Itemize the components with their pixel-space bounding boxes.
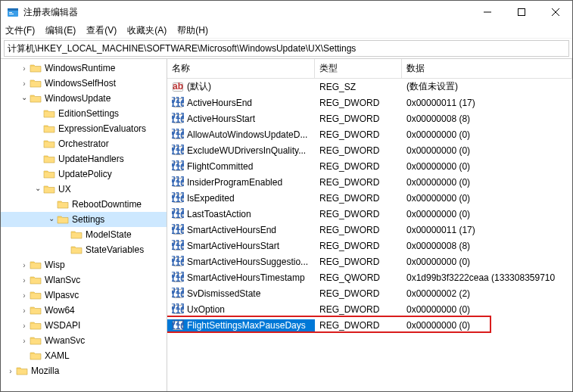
tree-node[interactable]: ›Mozilla <box>1 363 167 378</box>
expand-icon[interactable]: › <box>19 291 30 300</box>
menu-view[interactable]: 查看(V) <box>86 24 117 37</box>
tree-node[interactable]: Orchestrator <box>1 136 167 151</box>
value-type: REG_DWORD <box>315 209 402 219</box>
menu-edit[interactable]: 编辑(E) <box>45 24 76 37</box>
svg-text:110: 110 <box>172 146 184 157</box>
tree-node[interactable]: EditionSettings <box>1 106 167 121</box>
expand-icon[interactable]: › <box>19 261 30 269</box>
tree-node[interactable]: ModelState <box>1 227 167 242</box>
value-row[interactable]: 011110SmartActiveHoursStartREG_DWORD0x00… <box>167 238 572 254</box>
expand-icon[interactable]: › <box>19 276 30 285</box>
values-panel[interactable]: 名称 类型 数据 ab(默认)REG_SZ(数值未设置)011110Active… <box>167 59 572 391</box>
tree-node[interactable]: ⌄Settings <box>1 212 167 227</box>
tree-node[interactable]: UpdateHandlers <box>1 151 167 166</box>
tree-node[interactable]: UpdatePolicy <box>1 166 167 182</box>
value-type: REG_DWORD <box>315 304 402 315</box>
value-name: FlightCommitted <box>187 161 253 172</box>
value-row[interactable]: 011110LastToastActionREG_DWORD0x00000000… <box>167 206 572 222</box>
tree-node[interactable]: ›WindowsSelfHost <box>1 76 167 91</box>
binary-value-icon: 011110 <box>172 129 184 141</box>
folder-icon <box>30 78 42 89</box>
binary-value-icon: 011110 <box>172 97 184 109</box>
expand-icon[interactable]: › <box>5 367 16 375</box>
folder-icon <box>30 93 42 104</box>
list-header: 名称 类型 数据 <box>167 59 572 79</box>
value-data: 0x00000008 (8) <box>402 114 572 124</box>
tree-node[interactable]: ›WSDAPI <box>1 318 167 333</box>
maximize-button[interactable] <box>504 1 538 23</box>
col-type[interactable]: 类型 <box>315 59 402 78</box>
col-name[interactable]: 名称 <box>167 59 315 78</box>
folder-icon <box>43 169 55 179</box>
minimize-button[interactable] <box>470 1 504 23</box>
value-row[interactable]: ab(默认)REG_SZ(数值未设置) <box>167 79 572 95</box>
value-name: (默认) <box>187 80 211 93</box>
menu-file[interactable]: 文件(F) <box>5 24 35 37</box>
expand-icon[interactable]: › <box>19 306 30 315</box>
value-data: 0x00000000 (0) <box>402 145 572 156</box>
value-data: 0x00000000 (0) <box>402 177 572 188</box>
address-bar[interactable]: 计算机\HKEY_LOCAL_MACHINE\SOFTWARE\Microsof… <box>4 40 569 57</box>
tree-node[interactable]: ›WlanSvc <box>1 272 167 288</box>
string-value-icon: ab <box>172 81 184 93</box>
tree-panel[interactable]: ›WindowsRuntime›WindowsSelfHost⌄WindowsU… <box>1 59 167 391</box>
value-row[interactable]: 011110ActiveHoursEndREG_DWORD0x00000011 … <box>167 95 572 110</box>
expand-icon[interactable]: › <box>19 79 30 88</box>
binary-value-icon: 011110 <box>172 319 184 331</box>
value-row[interactable]: 011110FlightSettingsMaxPauseDaysREG_DWOR… <box>167 317 572 333</box>
folder-icon <box>30 350 42 361</box>
tree-node[interactable]: ⌄UX <box>1 182 167 197</box>
value-type: REG_DWORD <box>315 129 402 140</box>
svg-text:110: 110 <box>172 226 184 236</box>
col-data[interactable]: 数据 <box>402 59 572 78</box>
binary-value-icon: 011110 <box>172 224 184 236</box>
tree-label: WSDAPI <box>45 320 80 331</box>
value-row[interactable]: 011110InsiderProgramEnabledREG_DWORD0x00… <box>167 174 572 190</box>
tree-node[interactable]: StateVariables <box>1 242 167 257</box>
tree-node[interactable]: XAML <box>1 348 167 363</box>
tree-node[interactable]: ›WindowsRuntime <box>1 61 167 76</box>
value-row[interactable]: 011110ActiveHoursStartREG_DWORD0x0000000… <box>167 110 572 126</box>
collapse-icon[interactable]: ⌄ <box>19 93 30 101</box>
tree-label: WindowsSelfHost <box>45 78 116 89</box>
binary-value-icon: 011110 <box>172 272 184 284</box>
value-row[interactable]: 011110FlightCommittedREG_DWORD0x00000000… <box>167 158 572 174</box>
svg-text:110: 110 <box>172 241 184 252</box>
menu-help[interactable]: 帮助(H) <box>177 24 208 37</box>
expand-icon[interactable]: › <box>19 337 30 345</box>
value-type: REG_SZ <box>315 82 402 92</box>
value-name: UxOption <box>187 304 225 315</box>
binary-value-icon: 011110 <box>172 288 184 300</box>
tree-label: Mozilla <box>31 366 59 376</box>
tree-node[interactable]: ›Wlpasvc <box>1 288 167 303</box>
svg-rect-1 <box>8 8 18 11</box>
value-row[interactable]: 011110UxOptionREG_DWORD0x00000000 (0) <box>167 301 572 317</box>
value-row[interactable]: 011110SmartActiveHoursEndREG_DWORD0x0000… <box>167 222 572 238</box>
value-data: 0x00000000 (0) <box>402 304 572 315</box>
menu-favorites[interactable]: 收藏夹(A) <box>127 24 167 37</box>
value-row[interactable]: 011110SvDismissedStateREG_DWORD0x0000000… <box>167 285 572 301</box>
tree-node[interactable]: RebootDowntime <box>1 197 167 212</box>
value-row[interactable]: 011110SmartActiveHoursSuggestio...REG_DW… <box>167 254 572 269</box>
value-row[interactable]: 011110SmartActiveHoursTimestampREG_QWORD… <box>167 269 572 285</box>
close-button[interactable] <box>538 1 572 23</box>
value-name: FlightSettingsMaxPauseDays <box>187 320 306 331</box>
collapse-icon[interactable]: ⌄ <box>46 214 57 222</box>
tree-node[interactable]: ⌄WindowsUpdate <box>1 91 167 106</box>
collapse-icon[interactable]: ⌄ <box>33 184 43 192</box>
tree-node[interactable]: ›Wisp <box>1 257 167 272</box>
value-row[interactable]: 011110IsExpeditedREG_DWORD0x00000000 (0) <box>167 190 572 206</box>
expand-icon[interactable]: › <box>19 64 30 73</box>
value-data: 0x00000000 (0) <box>402 257 572 267</box>
value-row[interactable]: 011110AllowAutoWindowsUpdateD...REG_DWOR… <box>167 126 572 142</box>
tree-node[interactable]: ›Wow64 <box>1 303 167 318</box>
tree-node[interactable]: ›WwanSvc <box>1 333 167 348</box>
tree-label: Orchestrator <box>58 138 109 149</box>
tree-label: UX <box>58 184 71 194</box>
value-row[interactable]: 011110ExcludeWUDriversInQuality...REG_DW… <box>167 142 572 158</box>
value-name-cell: 011110LastToastAction <box>167 208 315 220</box>
value-type: REG_DWORD <box>315 145 402 156</box>
value-data: 0x00000000 (0) <box>402 129 572 140</box>
tree-node[interactable]: ExpressionEvaluators <box>1 121 167 136</box>
expand-icon[interactable]: › <box>19 322 30 330</box>
